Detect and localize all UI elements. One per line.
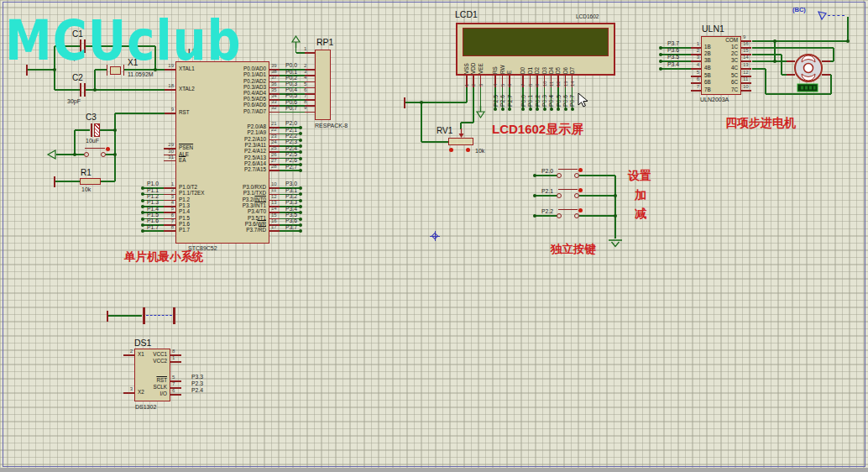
chip-rp1[interactable] [315,50,331,120]
net-label: P3.1 [285,187,297,193]
net-label: P3.7 [667,40,679,46]
chip-value: LCD1602 [576,14,599,20]
junction-dot [659,60,662,63]
pin-name: I/O [117,391,167,397]
pin-name: D0 [520,67,526,74]
ground-symbol[interactable] [608,239,623,249]
watermark: MCUclub [5,8,242,73]
net-label: P3.6 [667,47,679,53]
pin-number: 2 [471,84,476,87]
terminal-left-icon[interactable] [47,149,56,160]
terminal-icon[interactable] [818,11,828,21]
push-button[interactable] [574,193,579,198]
pin-number: 5 [157,206,174,211]
net-label: P0.6 [562,95,568,107]
net-label: P3.3 [191,374,203,380]
junction-dot [299,218,302,221]
component-value: 10k [81,186,91,192]
push-button[interactable] [557,193,562,198]
pin [170,394,181,396]
pin-number: 4 [304,75,306,80]
pin-number: 9 [304,105,306,110]
junction-dot [113,128,117,132]
chip-ref: LCD1 [455,10,478,19]
pin-name: P1.4 [179,209,190,215]
motor-angle-display [797,84,818,92]
capacitor-plate [143,307,145,324]
pin-name: P0.1/AD1 [216,72,266,78]
pin-number: 12 [556,81,561,87]
junction-dot [141,223,144,227]
pin-name: SCLK [117,385,167,391]
push-button[interactable] [557,213,562,218]
push-button[interactable] [557,173,562,178]
pin-name: E [507,71,513,74]
pin-name: 2C [688,51,738,57]
pin-marker-dot [578,208,583,212]
net-label: P2.0 [541,168,553,174]
capacitor-plate [173,307,175,324]
pin-marker-dot [578,168,583,172]
terminal-down-icon[interactable] [475,106,486,118]
power-bar-terminal[interactable] [54,176,55,187]
wire [280,230,301,232]
wire [579,195,615,197]
pin-number: 8 [528,84,533,87]
junction-dot [299,163,302,166]
component-ref: C2 [72,74,83,83]
capacitor-plate [84,83,86,97]
junction-dot [557,108,560,111]
pin-name: D6 [563,67,569,74]
pin-number: 5 [172,375,189,380]
lcd-screen[interactable] [463,28,609,56]
pin-number: 8 [172,349,189,354]
resistor-r1[interactable] [80,178,101,185]
reset-button[interactable] [84,152,89,157]
wire [473,87,474,123]
power-bar-terminal[interactable] [107,311,108,322]
pin-name: 3C [688,58,738,64]
net-label: P3.5 [285,212,297,218]
proteus-schematic-canvas[interactable]: MCUclub U1STC89C5219XTAL118XTAL29RST29PS… [0,0,868,472]
pin-number: 6 [172,388,189,393]
junction-dot [508,108,511,111]
chip-value: DS1302 [135,404,156,410]
pin-name: 6C [688,80,738,86]
reset-button[interactable] [101,152,106,157]
junction-dot [299,126,302,129]
net-label: P2.7 [285,164,297,170]
pin-marker-dot [449,148,453,152]
power-terminal-icon[interactable] [290,35,301,48]
caption-mcu-system: 单片机最小系统 [124,251,204,263]
net-label: P2.1 [541,188,553,194]
junction-dot [571,108,574,111]
pin-number: 1 [304,46,306,51]
wire [535,195,557,197]
capacitor-plate [558,209,578,211]
pin-number: 5 [500,84,505,87]
net-label: P0.3 [541,95,547,107]
caption-key-minus: 减 [635,207,646,220]
net-label: P3.2 [285,193,297,199]
pin-name: D1 [528,67,534,74]
wire [75,129,90,131]
wire [535,175,557,176]
push-button[interactable] [574,213,579,218]
net-label: P2.4 [285,145,297,151]
pin-number: 9 [743,34,760,39]
wire [280,170,301,171]
wire [421,141,448,143]
power-bar-terminal[interactable] [404,97,405,108]
junction-dot [533,194,536,197]
pin-number: 1 [172,355,189,360]
pin-name: D5 [556,67,562,74]
pin-number: 16 [743,41,760,46]
wire [752,40,848,42]
pin-name: VSS [464,63,470,74]
net-label: P1.3 [147,199,159,205]
pin-name: PSEN [179,145,193,151]
stepper-motor[interactable] [793,53,824,83]
pin-name: D2 [535,67,541,74]
push-button[interactable] [574,173,579,178]
potentiometer-rv1[interactable] [448,138,473,145]
